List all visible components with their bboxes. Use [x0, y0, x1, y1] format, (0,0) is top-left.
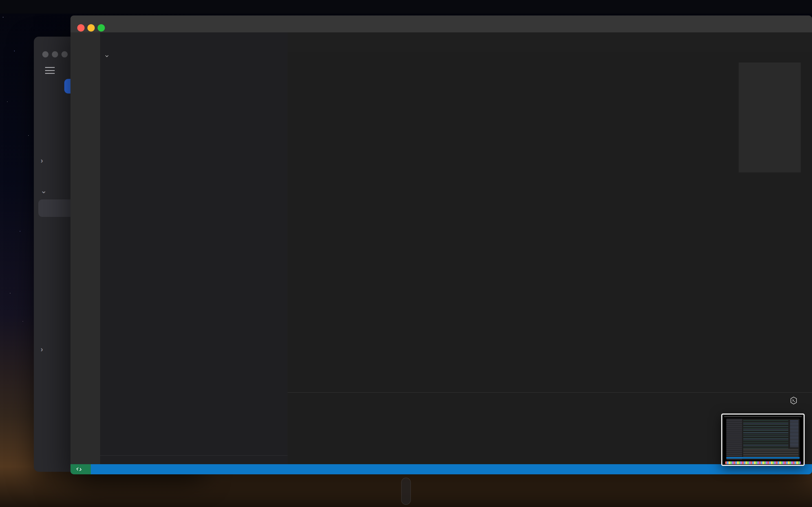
desktop: › ⌄ › — [0, 0, 812, 507]
stars-decoration — [3, 17, 3, 17]
terminal-shell-badge[interactable] — [790, 396, 801, 405]
mail-saved-section[interactable]: › — [41, 345, 49, 354]
pip-dock-miniature — [725, 461, 801, 464]
minimap-slider[interactable] — [739, 62, 801, 172]
outline-section[interactable] — [100, 455, 288, 464]
mail-account-section[interactable]: ⌄ — [41, 186, 53, 195]
remote-indicator-icon — [75, 466, 82, 473]
mail-favorites-section[interactable]: › — [41, 156, 49, 165]
mail-zoom-button[interactable] — [61, 51, 68, 57]
panel-actions — [790, 393, 801, 408]
zoom-window-button[interactable] — [98, 24, 105, 32]
explorer-sidebar — [100, 33, 288, 464]
vscode-window — [70, 15, 812, 474]
minimize-window-button[interactable] — [87, 24, 95, 32]
editor-tab-bar — [288, 33, 812, 52]
screen-mirror-pip-window[interactable] — [721, 413, 805, 466]
chevron-down-icon: ⌄ — [41, 186, 47, 195]
macos-menu-bar — [0, 0, 812, 13]
pip-menubar — [724, 416, 802, 417]
window-title-bar[interactable] — [70, 15, 812, 33]
minimap[interactable] — [739, 62, 801, 392]
mail-close-button[interactable] — [42, 51, 49, 57]
overview-ruler — [802, 62, 810, 392]
pip-vscode-miniature — [726, 418, 800, 460]
workspace-root-folder[interactable] — [100, 50, 288, 62]
close-window-button[interactable] — [77, 24, 85, 32]
chevron-down-icon — [104, 53, 110, 59]
chevron-right-icon: › — [41, 156, 43, 165]
terminal-icon — [790, 396, 798, 405]
code-editor[interactable] — [288, 62, 739, 392]
activity-bar — [70, 33, 100, 464]
mail-minimize-button[interactable] — [52, 51, 58, 57]
chevron-right-icon: › — [41, 345, 43, 354]
remote-indicator[interactable] — [70, 464, 91, 474]
mail-sidebar-toggle-icon[interactable] — [45, 67, 55, 74]
dock — [401, 478, 411, 505]
breadcrumb[interactable] — [288, 52, 812, 62]
terminal-output[interactable] — [294, 413, 716, 464]
status-bar — [70, 464, 812, 474]
